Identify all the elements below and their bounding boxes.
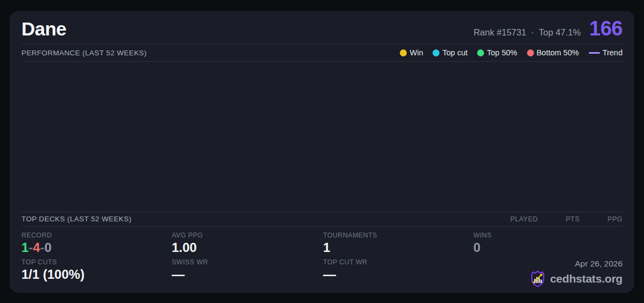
- column-header-pts: PTS: [566, 215, 580, 223]
- performance-section-title: PERFORMANCE (LAST 52 WEEKS): [21, 49, 147, 57]
- stat-wins-label: WINS: [473, 232, 623, 239]
- record-losses: 4: [33, 240, 40, 255]
- wins-value: 0: [473, 241, 623, 255]
- bottom-50-dot-icon: [527, 49, 534, 56]
- stat-tournaments-label: TOURNAMENTS: [323, 232, 473, 239]
- player-name: Dane: [21, 19, 67, 40]
- stat-top-cuts: TOP CUTS 1/1 (100%): [21, 258, 172, 287]
- stat-record-label: RECORD: [21, 232, 172, 239]
- record-draws: 0: [45, 240, 52, 255]
- rank-number: Rank #15731: [473, 27, 526, 37]
- header-rank-group: Rank #15731·Top 47.1% 166: [473, 18, 623, 39]
- legend-item-top-cut: Top cut: [433, 48, 467, 57]
- rank-separator: ·: [531, 27, 535, 37]
- top-cut-dot-icon: [433, 49, 440, 56]
- legend-item-trend: Trend: [589, 48, 623, 57]
- legend-item-win: Win: [400, 48, 423, 57]
- trend-line-icon: [589, 52, 600, 54]
- card-header: Dane Rank #15731·Top 47.1% 166: [21, 11, 623, 44]
- tournaments-value: 1: [323, 241, 473, 255]
- player-stats-card: Dane Rank #15731·Top 47.1% 166 PERFORMAN…: [10, 11, 634, 293]
- stat-top-cut-wr-label: TOP CUT WR: [323, 258, 473, 266]
- footer: Apr 26, 2026 cedhstats.org: [473, 258, 623, 287]
- top-decks-header-row: TOP DECKS (LAST 52 WEEKS) PLAYED PTS PPG: [21, 212, 623, 227]
- swiss-wr-value: —: [172, 268, 323, 282]
- legend-item-bottom-50: Bottom 50%: [527, 48, 579, 57]
- top-decks-section-title: TOP DECKS (LAST 52 WEEKS): [21, 215, 131, 223]
- record-wins: 1: [21, 240, 28, 255]
- stat-swiss-wr: SWISS WR —: [172, 258, 323, 287]
- top-percent: Top 47.1%: [539, 27, 581, 37]
- cedhstats-logo-icon: [530, 270, 546, 287]
- column-header-ppg: PPG: [608, 215, 623, 223]
- stat-tournaments: TOURNAMENTS 1: [323, 232, 473, 255]
- rating-value: 166: [589, 18, 623, 39]
- top-50-dot-icon: [477, 49, 484, 56]
- top-cuts-value: 1/1 (100%): [21, 268, 172, 282]
- top-cut-wr-value: —: [323, 268, 473, 282]
- column-header-played: PLAYED: [510, 215, 538, 223]
- legend-item-top-50: Top 50%: [477, 48, 517, 57]
- footer-date: Apr 26, 2026: [575, 259, 623, 269]
- stats-grid: RECORD 1-4-0 AVG PPG 1.00 TOURNAMENTS 1 …: [21, 227, 623, 293]
- stat-avg-ppg-label: AVG PPG: [172, 232, 323, 239]
- avg-ppg-value: 1.00: [172, 241, 323, 255]
- stat-top-cuts-label: TOP CUTS: [21, 258, 172, 266]
- stat-swiss-wr-label: SWISS WR: [172, 258, 323, 266]
- performance-header-row: PERFORMANCE (LAST 52 WEEKS) Win Top cut …: [21, 44, 623, 62]
- record-value: 1-4-0: [21, 241, 172, 255]
- stat-record: RECORD 1-4-0: [21, 232, 172, 255]
- stat-wins: WINS 0: [473, 232, 623, 255]
- brand-link[interactable]: cedhstats.org: [530, 270, 623, 287]
- chart-legend: Win Top cut Top 50% Bottom 50% Trend: [400, 48, 623, 57]
- win-dot-icon: [400, 49, 407, 56]
- rank-text: Rank #15731·Top 47.1%: [473, 27, 581, 38]
- performance-chart-area: [21, 62, 623, 212]
- stat-top-cut-wr: TOP CUT WR —: [323, 258, 473, 287]
- brand-text: cedhstats.org: [550, 272, 623, 285]
- top-decks-columns: PLAYED PTS PPG: [510, 215, 623, 223]
- stat-avg-ppg: AVG PPG 1.00: [172, 232, 323, 255]
